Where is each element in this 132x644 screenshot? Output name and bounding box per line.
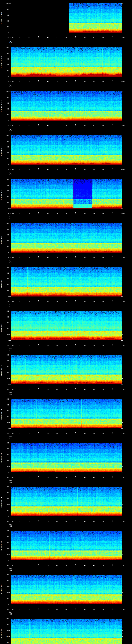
y-tick-label: 1000 <box>4 3 9 4</box>
x-tick-label: 40 <box>83 345 86 346</box>
y-tick-label: 0 <box>4 560 9 561</box>
y-tick-label: 400 <box>4 504 9 505</box>
x-tick-label: 15 <box>37 169 40 170</box>
y-tick <box>122 460 123 461</box>
x-tick-label: 10 <box>28 257 31 258</box>
date-label: 2015 <box>6 42 14 43</box>
y-tick-label: 200 <box>4 70 9 72</box>
y-tick <box>122 311 123 311</box>
y-tick <box>122 252 123 253</box>
y-tick <box>122 103 123 103</box>
x-tick <box>66 564 66 564</box>
x-tick-label: 5 <box>18 125 22 126</box>
y-tick-label: 400 <box>4 328 9 330</box>
x-tick-label: 55 <box>111 433 114 434</box>
y-tick <box>9 241 10 241</box>
x-tick-label: 35 <box>74 257 77 258</box>
x-tick-label: 30 <box>64 389 68 390</box>
x-tick-label: 20 <box>46 433 49 434</box>
y-tick-label: 600 <box>4 58 9 60</box>
x-tick-label: 25 <box>55 565 59 566</box>
x-tick-label: 50 <box>102 125 105 126</box>
y-tick-label: 200 <box>4 158 9 160</box>
y-tick <box>9 311 10 311</box>
frequency-axis-title-text: Frequency (Hz) <box>1 496 2 508</box>
x-tick-label: 30 <box>64 257 68 258</box>
y-axis-left-corner <box>10 384 11 384</box>
y-tick-label: 600 <box>4 278 9 280</box>
x-tick-label: 55 <box>111 520 114 522</box>
x-tick-label: 20 <box>46 477 49 478</box>
frequency-axis-title-text: Frequency (Hz) <box>1 320 2 332</box>
x-tick <box>10 607 11 608</box>
x-tick <box>122 36 122 36</box>
y-tick <box>9 115 10 115</box>
x-tick-label: 50 <box>102 608 105 610</box>
x-tick-label: 10 <box>28 37 31 38</box>
x-tick-label: 15 <box>37 345 40 346</box>
date-label: Mar <box>6 568 14 570</box>
x-tick-label: 25 <box>55 213 59 214</box>
y-tick-label: 600 <box>4 454 9 456</box>
x-tick-label: 55 <box>111 37 114 38</box>
x-tick-label: 40 <box>83 81 86 82</box>
spectrogram-panel: Frequency (Hz)02004006008001000510152025… <box>0 264 132 308</box>
y-axis-left-corner <box>10 208 11 209</box>
y-tick <box>10 502 10 502</box>
spectrogram-canvas <box>10 443 122 472</box>
y-tick-label: 200 <box>4 202 9 204</box>
y-tick-label: 0 <box>4 516 9 517</box>
y-axis-right-corner <box>121 91 122 92</box>
x-tick-label: 45 <box>92 37 96 38</box>
y-tick <box>122 12 122 12</box>
spectrogram-panel: Frequency (Hz)02004006008001000510152025… <box>0 484 132 528</box>
y-tick-label: 600 <box>4 410 9 412</box>
x-tick-label: 10 <box>28 169 31 170</box>
x-tick-label: 5 <box>18 301 22 302</box>
x-tick-label: 35 <box>74 125 77 126</box>
y-tick-label: 200 <box>4 510 9 511</box>
frequency-axis-title: Frequency (Hz) <box>0 487 2 516</box>
x-tick-label: 45 <box>92 608 96 610</box>
x-tick-label: 30 <box>64 345 68 346</box>
y-tick <box>122 290 123 291</box>
time-start-label: 20:14:00 <box>5 477 16 478</box>
x-tick-label: 10 <box>28 433 31 434</box>
date-label: Mar <box>6 436 14 438</box>
y-tick-label: 400 <box>4 372 9 374</box>
x-tick-label: 30 <box>64 169 68 170</box>
y-tick <box>9 460 10 461</box>
x-tick-label: 5 <box>18 257 22 258</box>
y-tick <box>10 182 10 182</box>
y-tick-label: 0 <box>4 252 9 253</box>
y-tick-label: 1000 <box>4 530 9 532</box>
x-tick-label: 55 <box>111 257 114 258</box>
x-tick-label: 40 <box>83 169 86 170</box>
y-tick <box>10 496 10 496</box>
y-tick-label: 0 <box>4 76 9 78</box>
x-tick-label: 30 <box>64 565 68 566</box>
y-tick <box>10 250 10 250</box>
x-tick-label: 40 <box>83 257 86 258</box>
y-tick <box>9 554 10 554</box>
spectrogram-panel: Frequency (Hz)02004006008001000510152025… <box>0 440 132 484</box>
y-tick <box>10 469 10 470</box>
x-tick <box>10 432 11 433</box>
x-tick-label: 30 <box>64 477 68 478</box>
x-tick-label: 45 <box>92 389 96 390</box>
x-tick-label: 55 <box>111 169 114 170</box>
y-tick <box>122 197 123 197</box>
time-start-label: 20:16:00 <box>5 565 16 566</box>
y-tick <box>122 498 123 499</box>
x-tick-label: 15 <box>37 433 40 434</box>
y-tick-label: 600 <box>4 146 9 148</box>
x-tick <box>122 563 122 564</box>
x-tick-label: 45 <box>92 257 96 258</box>
y-tick <box>122 9 123 10</box>
y-tick <box>10 490 10 490</box>
x-tick-label: 55 <box>111 125 114 126</box>
y-axis-left-corner <box>10 560 11 560</box>
x-tick-label: 45 <box>92 477 96 478</box>
x-tick <box>10 168 11 168</box>
x-tick <box>103 564 104 564</box>
